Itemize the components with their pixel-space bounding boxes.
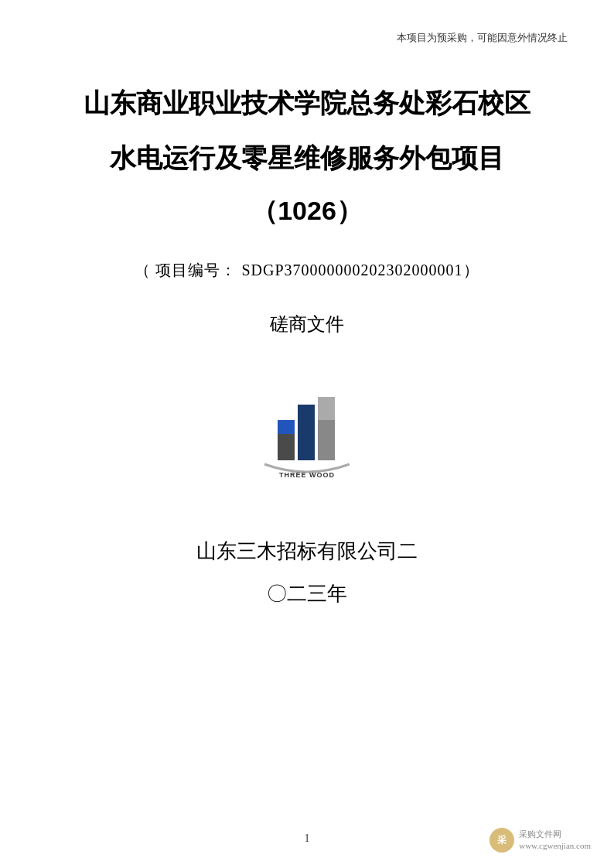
main-title-line1: 山东商业职业技术学院总务处彩石校区	[46, 84, 568, 123]
svg-rect-4	[278, 420, 295, 434]
watermark-line1: 采购文件网	[519, 829, 591, 840]
page-number: 1	[305, 832, 310, 845]
doc-type: 磋商文件	[46, 312, 568, 337]
project-code-value: SDGP370000000202302000001）	[241, 261, 479, 279]
project-code-label: （ 项目编号：	[135, 261, 237, 279]
number-line: （1026）	[46, 193, 568, 229]
year-line: 〇二三年	[46, 580, 568, 607]
svg-rect-1	[298, 405, 315, 460]
watermark-icon: 采	[489, 828, 514, 853]
main-title-line2: 水电运行及零星维修服务外包项目	[46, 138, 568, 178]
company-logo: THREE WOOD	[245, 383, 369, 484]
svg-rect-3	[318, 397, 335, 420]
project-code: （ 项目编号： SDGP370000000202302000001）	[46, 260, 568, 281]
top-notice: 本项目为预采购，可能因意外情况终止	[46, 31, 568, 45]
company-name: 山东三木招标有限公司二	[46, 538, 568, 565]
svg-text:THREE WOOD: THREE WOOD	[279, 471, 335, 479]
page: 本项目为预采购，可能因意外情况终止 山东商业职业技术学院总务处彩石校区 水电运行…	[0, 0, 614, 868]
watermark-text: 采购文件网 www.cgwenjian.com	[519, 829, 591, 853]
watermark-line2: www.cgwenjian.com	[519, 840, 591, 852]
logo-area: THREE WOOD	[46, 383, 568, 484]
watermark: 采 采购文件网 www.cgwenjian.com	[489, 828, 591, 853]
